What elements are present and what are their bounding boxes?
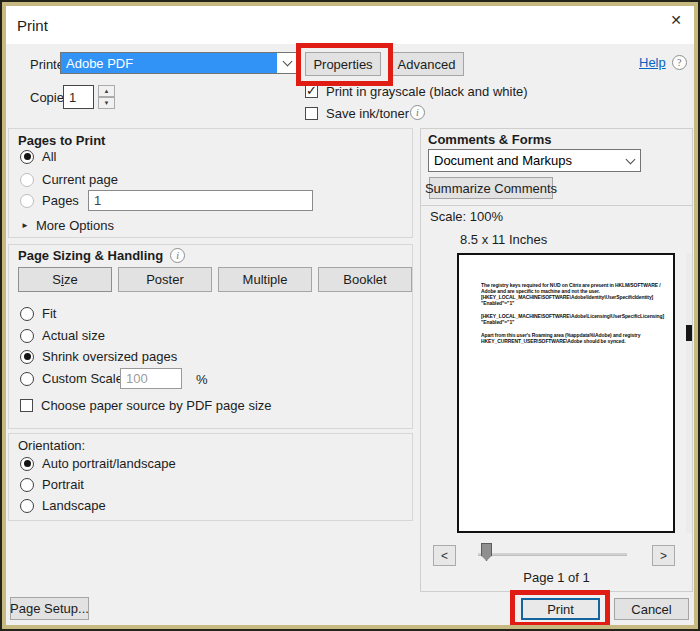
shrink-label: Shrink oversized pages bbox=[42, 349, 177, 364]
grayscale-checkbox[interactable]: ✓ bbox=[305, 85, 318, 98]
all-radio[interactable] bbox=[20, 150, 34, 164]
pages-label: Pages bbox=[42, 193, 79, 208]
paper-source-label: Choose paper source by PDF page size bbox=[41, 398, 272, 413]
radio-fit-row[interactable]: Fit bbox=[20, 306, 56, 321]
actual-size-label: Actual size bbox=[42, 328, 105, 343]
paper-source-checkbox[interactable] bbox=[20, 399, 33, 412]
shrink-radio[interactable] bbox=[20, 350, 34, 364]
close-icon[interactable]: ✕ bbox=[666, 10, 686, 30]
pages-radio[interactable] bbox=[20, 194, 34, 208]
paper-source-checkbox-row[interactable]: Choose paper source by PDF page size bbox=[20, 398, 272, 413]
copies-stepper[interactable]: ▲ ▼ bbox=[98, 85, 115, 109]
preview-page: The registry keys required for NUD on Ci… bbox=[457, 253, 675, 533]
save-ink-checkbox[interactable] bbox=[305, 107, 318, 120]
radio-current-page-row[interactable]: Current page bbox=[20, 172, 118, 187]
orientation-title: Orientation: bbox=[18, 438, 85, 453]
chevron-down-icon bbox=[620, 150, 640, 171]
print-button[interactable]: Print bbox=[521, 598, 600, 620]
vertical-scrollbar[interactable] bbox=[686, 253, 692, 533]
radio-auto-orientation-row[interactable]: Auto portrait/landscape bbox=[20, 456, 176, 471]
auto-orientation-label: Auto portrait/landscape bbox=[42, 456, 176, 471]
printer-value: Adobe PDF bbox=[61, 53, 277, 73]
save-ink-label: Save ink/toner bbox=[326, 106, 409, 121]
current-page-label: Current page bbox=[42, 172, 118, 187]
fit-radio[interactable] bbox=[20, 307, 34, 321]
help-icon[interactable]: ? bbox=[672, 55, 687, 70]
dialog-title: Print bbox=[6, 17, 48, 34]
radio-all-row[interactable]: All bbox=[20, 149, 56, 164]
spinner-down-icon[interactable]: ▼ bbox=[98, 97, 115, 109]
actual-size-radio[interactable] bbox=[20, 329, 34, 343]
portrait-radio[interactable] bbox=[20, 478, 34, 492]
previous-page-button[interactable]: < bbox=[433, 545, 456, 566]
radio-actual-size-row[interactable]: Actual size bbox=[20, 328, 105, 343]
multiple-button[interactable]: Multiple bbox=[218, 267, 312, 292]
page-sizing-info-icon[interactable]: i bbox=[170, 248, 185, 263]
page-setup-button[interactable]: Page Setup... bbox=[10, 597, 89, 620]
radio-portrait-row[interactable]: Portrait bbox=[20, 477, 84, 492]
custom-scale-input[interactable]: 100 bbox=[120, 368, 182, 389]
save-ink-info-icon[interactable]: i bbox=[410, 105, 425, 120]
radio-shrink-row[interactable]: Shrink oversized pages bbox=[20, 349, 177, 364]
landscape-radio[interactable] bbox=[20, 499, 34, 513]
page-indicator: Page 1 of 1 bbox=[420, 570, 693, 585]
grayscale-label: Print in grayscale (black and white) bbox=[326, 84, 528, 99]
more-options-arrow-icon: ► bbox=[21, 221, 29, 230]
chevron-down-icon bbox=[277, 53, 297, 73]
comments-forms-value: Document and Markups bbox=[429, 150, 620, 171]
summarize-comments-button[interactable]: Summarize Comments bbox=[429, 177, 553, 199]
fit-label: Fit bbox=[42, 306, 56, 321]
comments-forms-dropdown[interactable]: Document and Markups bbox=[428, 149, 641, 172]
custom-scale-radio[interactable] bbox=[20, 372, 34, 386]
pages-range-input[interactable]: 1 bbox=[88, 190, 313, 211]
check-icon: ✓ bbox=[306, 83, 317, 98]
poster-button[interactable]: Poster bbox=[118, 267, 212, 292]
paper-size-label: 8.5 x 11 Inches bbox=[460, 232, 547, 247]
copies-input[interactable]: 1 bbox=[63, 85, 94, 109]
percent-label: % bbox=[196, 372, 208, 387]
grayscale-checkbox-row[interactable]: ✓ Print in grayscale (black and white) bbox=[305, 84, 528, 99]
properties-button[interactable]: Properties bbox=[305, 52, 381, 76]
all-label: All bbox=[42, 149, 56, 164]
scale-label: Scale: 100% bbox=[430, 209, 503, 224]
printer-dropdown[interactable]: Adobe PDF bbox=[60, 52, 298, 74]
pages-to-print-title: Pages to Print bbox=[18, 133, 105, 148]
booklet-button[interactable]: Booklet bbox=[318, 267, 412, 292]
page-slider-track[interactable] bbox=[478, 553, 627, 556]
radio-custom-scale-row[interactable]: Custom Scale: bbox=[20, 371, 127, 386]
preview-doc-text: The registry keys required for NUD on Ci… bbox=[481, 282, 667, 344]
more-options-label: More Options bbox=[36, 218, 114, 233]
title-bar: Print bbox=[6, 6, 694, 44]
custom-scale-label: Custom Scale: bbox=[42, 371, 127, 386]
portrait-label: Portrait bbox=[42, 477, 84, 492]
comments-forms-title: Comments & Forms bbox=[428, 132, 552, 147]
radio-pages-row[interactable]: Pages bbox=[20, 193, 79, 208]
more-options-toggle[interactable]: ► More Options bbox=[21, 218, 114, 233]
radio-landscape-row[interactable]: Landscape bbox=[20, 498, 106, 513]
help-link[interactable]: Help bbox=[639, 55, 666, 70]
advanced-button[interactable]: Advanced bbox=[389, 52, 464, 76]
landscape-label: Landscape bbox=[42, 498, 106, 513]
save-ink-checkbox-row[interactable]: Save ink/toner bbox=[305, 106, 409, 121]
cancel-button[interactable]: Cancel bbox=[614, 598, 689, 620]
vertical-scrollbar-thumb[interactable] bbox=[686, 325, 692, 341]
current-page-radio[interactable] bbox=[20, 173, 34, 187]
size-button[interactable]: Size bbox=[18, 267, 112, 292]
page-sizing-title: Page Sizing & Handling bbox=[18, 248, 163, 263]
print-dialog: Print ✕ Printer: Adobe PDF Properties Ad… bbox=[0, 0, 700, 631]
spinner-up-icon[interactable]: ▲ bbox=[98, 85, 115, 97]
panel-divider bbox=[421, 205, 692, 206]
auto-orientation-radio[interactable] bbox=[20, 457, 34, 471]
next-page-button[interactable]: > bbox=[652, 545, 675, 566]
